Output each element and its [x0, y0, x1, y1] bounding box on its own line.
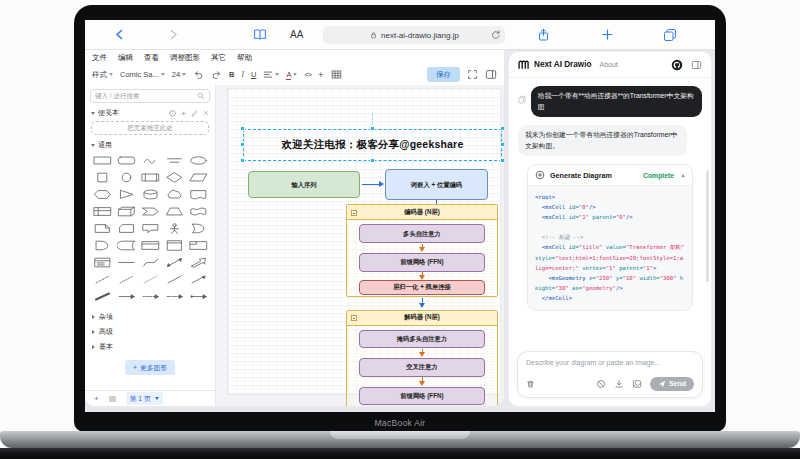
- font-color-dropdown[interactable]: A: [286, 70, 297, 80]
- format-panel-icon[interactable]: [485, 69, 497, 80]
- shape-document[interactable]: [188, 188, 208, 201]
- scratchpad-dropzone[interactable]: 把元素拖至此处: [91, 121, 209, 135]
- code-button[interactable]: <>: [304, 70, 311, 79]
- shape-rounded-rectangle[interactable]: [116, 154, 136, 167]
- shape-actor[interactable]: [164, 222, 184, 235]
- shape-list[interactable]: [92, 256, 112, 269]
- diagram-canvas[interactable]: 欢迎关注电报：极客分享@geekshare 输入序列 词嵌入 + 位置编码: [216, 85, 504, 406]
- shape-and[interactable]: [92, 239, 112, 252]
- shape-container[interactable]: [140, 239, 160, 252]
- menu-item-view[interactable]: 查看: [144, 53, 159, 63]
- scratchpad-add-icon[interactable]: +: [181, 109, 186, 118]
- forward-icon[interactable]: [167, 28, 180, 41]
- section-advanced[interactable]: 高级: [85, 324, 215, 339]
- section-basic[interactable]: 基本: [85, 339, 215, 354]
- selection-handle[interactable]: [240, 142, 245, 147]
- add-page-button[interactable]: +: [94, 394, 99, 403]
- page-tab[interactable]: 第 1 页: [126, 392, 163, 405]
- shape-diagonal-line[interactable]: [164, 273, 184, 286]
- shape-cylinder[interactable]: [140, 188, 160, 201]
- menu-item-arrange[interactable]: 调整图形: [170, 53, 200, 63]
- shape-text[interactable]: [140, 154, 160, 167]
- send-button[interactable]: Send: [650, 377, 694, 392]
- shape-parallelogram[interactable]: [188, 171, 208, 184]
- fullscreen-icon[interactable]: [467, 69, 478, 80]
- selection-handle[interactable]: [240, 158, 245, 163]
- menu-item-help[interactable]: 帮助: [237, 53, 252, 63]
- chat-scrollbar[interactable]: [706, 170, 709, 282]
- shape-dotted-line[interactable]: [116, 273, 136, 286]
- shape-arrow[interactable]: [188, 256, 208, 269]
- shape-callout[interactable]: [140, 222, 160, 235]
- font-dropdown[interactable]: Comic Sa...: [120, 70, 165, 79]
- shape-triangle[interactable]: [116, 188, 136, 201]
- shape-card[interactable]: [116, 222, 136, 235]
- shape-bidirectional-arrow[interactable]: [164, 256, 184, 269]
- image-icon[interactable]: [632, 379, 642, 389]
- node-cross-attention[interactable]: 交叉注意力: [359, 358, 485, 377]
- shape-dashed-arrow[interactable]: [140, 290, 160, 303]
- download-icon[interactable]: [614, 379, 624, 389]
- shape-square[interactable]: [92, 171, 112, 184]
- help-icon[interactable]: [169, 110, 176, 117]
- menu-item-extras[interactable]: 其它: [211, 53, 226, 63]
- share-icon[interactable]: [537, 28, 550, 42]
- collapse-icon[interactable]: [351, 315, 357, 321]
- connector[interactable]: [362, 184, 379, 185]
- section-misc[interactable]: 杂项: [85, 309, 215, 324]
- shape-process[interactable]: [140, 171, 160, 184]
- undo-icon[interactable]: [193, 69, 204, 80]
- bookmarks-icon[interactable]: [253, 28, 267, 41]
- shape-data-storage[interactable]: [116, 239, 136, 252]
- font-size-dropdown[interactable]: 24: [172, 70, 186, 79]
- redo-icon[interactable]: [211, 69, 222, 80]
- shape-heading[interactable]: [164, 154, 184, 167]
- node-masked-attention[interactable]: 掩码多头自注意力: [359, 330, 485, 348]
- selected-banner-node[interactable]: 欢迎关注电报：极客分享@geekshare: [243, 129, 502, 161]
- shape-title-container[interactable]: [188, 239, 208, 252]
- address-bar[interactable]: next-ai-drawio.jiang.jp: [323, 26, 505, 44]
- collapse-icon[interactable]: [351, 210, 357, 216]
- tool-card-header[interactable]: Generate Diagram Complete: [528, 165, 692, 185]
- save-button[interactable]: 保存: [427, 67, 460, 82]
- trash-icon[interactable]: [526, 379, 535, 389]
- bold-button[interactable]: B: [229, 70, 234, 79]
- shape-circle[interactable]: [116, 171, 136, 184]
- scratchpad-header[interactable]: 便笺本 +: [85, 106, 215, 120]
- github-icon[interactable]: [671, 59, 683, 71]
- shape-curve[interactable]: [140, 256, 160, 269]
- shape-or[interactable]: [188, 222, 208, 235]
- selection-handle[interactable]: [500, 158, 504, 163]
- node-embedding[interactable]: 词嵌入 + 位置编码: [385, 169, 488, 200]
- pages-menu-icon[interactable]: [108, 395, 117, 403]
- selection-handle[interactable]: [240, 126, 245, 131]
- shape-thick-link[interactable]: [92, 290, 112, 303]
- shape-cloud[interactable]: [164, 188, 184, 201]
- general-section-header[interactable]: 通用: [85, 138, 215, 152]
- italic-button[interactable]: I: [242, 70, 245, 79]
- shape-diamond[interactable]: [164, 171, 184, 184]
- new-tab-icon[interactable]: [601, 28, 614, 41]
- shape-cube[interactable]: [116, 205, 136, 218]
- more-shapes-button[interactable]: + 更多图形: [125, 360, 175, 375]
- underline-button[interactable]: U: [251, 70, 256, 79]
- shape-step[interactable]: [140, 205, 160, 218]
- insert-button[interactable]: +: [318, 70, 323, 80]
- menu-item-edit[interactable]: 编辑: [118, 53, 133, 63]
- shape-tape[interactable]: [188, 205, 208, 218]
- about-link[interactable]: About: [599, 61, 617, 68]
- shape-dash-dot-arrow[interactable]: [164, 290, 184, 303]
- shape-internal-storage[interactable]: [92, 205, 112, 218]
- shape-search-input[interactable]: 键入 / 进行搜索: [90, 89, 210, 103]
- selection-handle[interactable]: [370, 158, 375, 163]
- selection-handle[interactable]: [500, 142, 504, 147]
- node-input-sequence[interactable]: 输入序列: [248, 171, 360, 198]
- table-icon[interactable]: [331, 69, 342, 80]
- shape-ellipse[interactable]: [188, 154, 208, 167]
- edit-pencil-icon[interactable]: [191, 110, 198, 117]
- shape-dashed-line[interactable]: [92, 273, 112, 286]
- shape-connector-arrow[interactable]: [188, 290, 208, 303]
- selection-handle[interactable]: [370, 126, 375, 131]
- back-icon[interactable]: [113, 28, 126, 41]
- shape-thin-line[interactable]: [140, 273, 160, 286]
